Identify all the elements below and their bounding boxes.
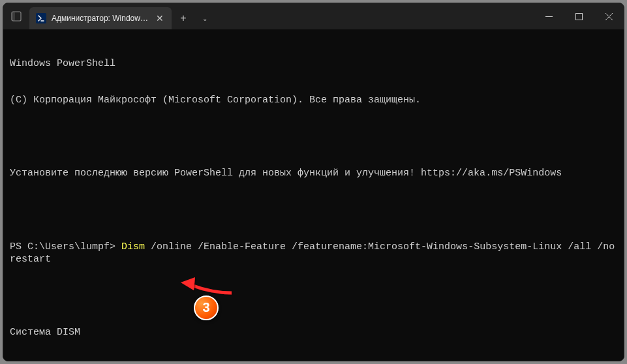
titlebar: Администратор: Windows Po ✕ + ⌄ <box>3 3 624 29</box>
window-controls <box>534 3 624 29</box>
update-link: https://aka.ms/PSWindows <box>421 168 562 179</box>
tab-close-icon[interactable]: ✕ <box>155 12 165 24</box>
terminal-window: Администратор: Windows Po ✕ + ⌄ Windows … <box>3 3 624 361</box>
tab-title: Администратор: Windows Po <box>52 14 149 23</box>
tab-powershell[interactable]: Администратор: Windows Po ✕ <box>29 7 172 29</box>
output-line: Установите последнюю версию PowerShell д… <box>10 168 617 180</box>
powershell-icon <box>36 13 46 23</box>
close-button[interactable] <box>594 3 624 29</box>
svg-rect-1 <box>12 12 15 21</box>
new-tab-button[interactable]: + <box>172 7 195 29</box>
command-name: Dism <box>121 241 145 252</box>
terminal-output[interactable]: Windows PowerShell (C) Корпорация Майкро… <box>3 29 624 361</box>
tab-dropdown-icon[interactable]: ⌄ <box>195 7 215 29</box>
svg-marker-6 <box>181 277 195 290</box>
minimize-button[interactable] <box>534 3 564 29</box>
prompt-line: PS C:\Users\lumpf> Dism /online /Enable-… <box>10 241 617 266</box>
app-menu-icon[interactable] <box>3 3 29 29</box>
prompt-path: PS C:\Users\lumpf> <box>10 241 121 252</box>
svg-rect-3 <box>575 13 582 20</box>
output-line <box>10 290 617 303</box>
output-line <box>10 131 617 144</box>
titlebar-drag-area[interactable] <box>215 3 534 29</box>
maximize-button[interactable] <box>564 3 594 29</box>
output-line: Windows PowerShell <box>10 58 617 70</box>
output-line: (C) Корпорация Майкрософт (Microsoft Cor… <box>10 95 617 107</box>
output-line: Cистема DISM <box>10 327 617 339</box>
output-line <box>10 205 617 217</box>
update-message: Установите последнюю версию PowerShell д… <box>10 168 421 179</box>
